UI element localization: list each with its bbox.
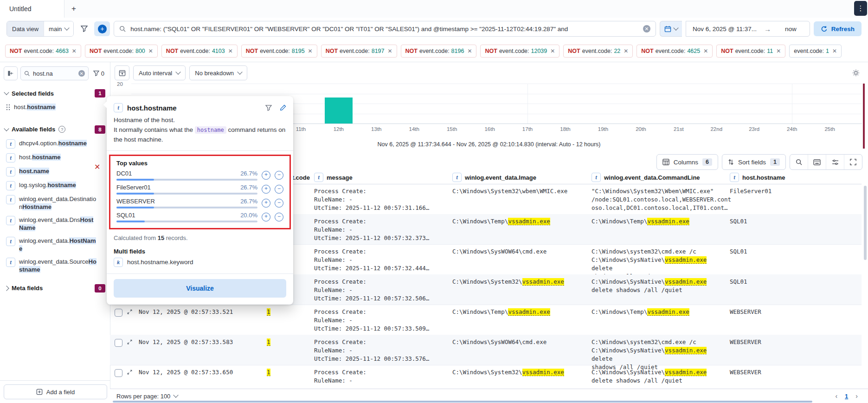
remove-filter-icon[interactable]: ✕ (148, 48, 153, 54)
filter-pill[interactable]: NOTevent.code: 12039✕ (480, 45, 559, 58)
chart-options-button[interactable] (849, 66, 862, 79)
column-header[interactable]: twinlog.event_data.Image (452, 173, 536, 182)
field-item[interactable]: thost.name (0, 165, 110, 179)
data-view-value[interactable]: main (44, 21, 73, 36)
field-name: winlog.event_data.SourceHostname (19, 258, 97, 274)
breakdown-select[interactable]: No breakdown (189, 65, 247, 80)
remove-filter-icon[interactable]: ✕ (832, 48, 837, 54)
filter-pill[interactable]: NOTevent.code: 11✕ (716, 45, 785, 58)
remove-selected-field-icon[interactable]: ✕ (94, 162, 100, 171)
data-view-picker[interactable]: Data view main (6, 21, 74, 37)
chevron-down-icon (237, 69, 242, 74)
field-item[interactable]: twinlog.event_data.DnsHostName (0, 214, 110, 234)
remove-filter-icon[interactable]: ✕ (550, 48, 555, 54)
remove-filter-icon[interactable]: ✕ (72, 48, 77, 54)
new-tab-button[interactable]: + (64, 0, 83, 18)
page-number[interactable]: 1 (845, 393, 848, 400)
filter-pill[interactable]: NOTevent.code: 8195✕ (241, 45, 317, 58)
filter-for-value-icon[interactable]: + (262, 199, 270, 208)
field-item[interactable]: twinlog.event_data.HostName (0, 234, 110, 255)
row-checkbox[interactable] (115, 309, 122, 317)
filter-pill[interactable]: NOTevent.code: 4103✕ (161, 45, 238, 58)
field-search-input[interactable]: host.na ✕ (20, 66, 89, 80)
help-icon[interactable]: ? (58, 126, 65, 133)
keyboard-shortcuts-button[interactable] (808, 155, 826, 169)
histogram-bar[interactable] (325, 98, 353, 124)
query-input[interactable]: host.name: ("SQL01" OR "FILESERVER01" OR… (114, 21, 656, 37)
filter-out-value-icon[interactable]: − (275, 185, 283, 194)
display-options-button[interactable] (826, 155, 844, 169)
remove-filter-icon[interactable]: ✕ (624, 48, 628, 54)
date-range-end[interactable]: now (778, 26, 803, 32)
clear-query-icon[interactable]: ✕ (643, 25, 650, 32)
field-item[interactable]: tdhcpv4.option.hostname (0, 137, 110, 151)
filter-pill[interactable]: NOTevent.code: 4663✕ (5, 45, 81, 58)
next-page-button[interactable]: › (855, 392, 858, 400)
row-checkbox[interactable] (115, 369, 122, 377)
filter-pill[interactable]: NOTevent.code: 8197✕ (321, 45, 397, 58)
collapse-sidebar-button[interactable] (4, 66, 18, 80)
expand-doc-icon[interactable] (127, 339, 133, 345)
field-item[interactable]: thost.hostname (0, 151, 110, 165)
filter-out-value-icon[interactable]: − (275, 171, 283, 180)
multi-field-item[interactable]: k host.hostname.keyword (107, 256, 293, 273)
histogram-hide-button[interactable] (115, 65, 129, 80)
refresh-button[interactable]: Refresh (814, 21, 862, 36)
field-item[interactable]: host.hostname (0, 101, 110, 114)
query-text[interactable]: host.name: ("SQL01" OR "FILESERVER01" OR… (130, 26, 639, 32)
add-filter-button[interactable]: + (94, 21, 110, 36)
tab-untitled[interactable]: Untitled (0, 0, 64, 18)
filter-pill[interactable]: NOTevent.code: 4625✕ (637, 45, 713, 58)
date-range-start[interactable]: Nov 6, 2025 @ 11:37... (693, 26, 757, 32)
filter-field-icon[interactable] (265, 105, 272, 111)
filter-out-value-icon[interactable]: − (275, 213, 283, 221)
kebab-menu-icon[interactable]: ⋮ (854, 1, 867, 16)
remove-filter-icon[interactable]: ✕ (703, 48, 708, 54)
date-picker-button[interactable] (660, 21, 682, 37)
columns-button[interactable]: Columns 6 (656, 154, 718, 170)
filter-pill[interactable]: NOTevent.code: 22✕ (563, 45, 633, 58)
field-item[interactable]: tlog.syslog.hostname (0, 179, 110, 193)
filter-pill[interactable]: NOTevent.code: 8196✕ (401, 45, 477, 58)
filter-for-value-icon[interactable]: + (262, 185, 270, 194)
column-header[interactable]: tmessage (314, 173, 353, 182)
filter-pill[interactable]: event.code: 1✕ (789, 45, 842, 58)
remove-filter-icon[interactable]: ✕ (308, 48, 313, 54)
fullscreen-button[interactable] (844, 155, 862, 169)
filter-for-value-icon[interactable]: + (262, 171, 270, 180)
remove-filter-icon[interactable]: ✕ (228, 48, 233, 54)
vertical-scrollbar[interactable] (864, 186, 867, 260)
columns-icon (662, 159, 669, 165)
rows-per-page[interactable]: Rows per page: 100 (116, 393, 178, 400)
expand-doc-icon[interactable] (127, 309, 133, 315)
selected-fields-header[interactable]: Selected fields 1 (0, 84, 110, 101)
sort-fields-button[interactable]: Sort fields 1 (722, 154, 786, 170)
remove-filter-icon[interactable]: ✕ (388, 48, 392, 54)
field-item[interactable]: twinlog.event_data.DestinationHostname (0, 193, 110, 214)
remove-filter-icon[interactable]: ✕ (467, 48, 472, 54)
clear-field-search-icon[interactable]: ✕ (78, 70, 85, 77)
column-header[interactable]: twinlog.event_data.CommandLine (592, 173, 700, 182)
remove-filter-icon[interactable]: ✕ (776, 48, 781, 54)
filter-out-value-icon[interactable]: − (275, 199, 283, 208)
drag-handle-icon[interactable] (6, 104, 10, 110)
edit-field-icon[interactable] (280, 104, 286, 111)
grid-search-button[interactable] (790, 155, 808, 169)
field-filter-button[interactable]: 0 (91, 70, 106, 77)
row-checkbox[interactable] (115, 339, 122, 347)
filter-menu-icon[interactable] (77, 21, 90, 36)
meta-fields-header[interactable]: Meta fields 0 (0, 279, 110, 296)
filter-for-value-icon[interactable]: + (262, 213, 270, 221)
hostname-cell: WEBSERVER (730, 308, 761, 316)
x-axis-tick-label: 20th (636, 126, 646, 132)
horizontal-scrollbar[interactable] (113, 401, 812, 403)
add-field-button[interactable]: Add a field (4, 384, 107, 399)
expand-doc-icon[interactable] (127, 369, 133, 375)
available-fields-header[interactable]: Available fields ? 8 (0, 120, 110, 137)
filter-pill[interactable]: NOTevent.code: 800✕ (85, 45, 158, 58)
field-item[interactable]: twinlog.event_data.SourceHostname (0, 255, 110, 276)
interval-select[interactable]: Auto interval (133, 65, 186, 80)
visualize-button[interactable]: Visualize (114, 279, 286, 298)
prev-page-button[interactable]: ‹ (835, 392, 837, 400)
column-header[interactable]: thost.hostname (730, 173, 785, 182)
